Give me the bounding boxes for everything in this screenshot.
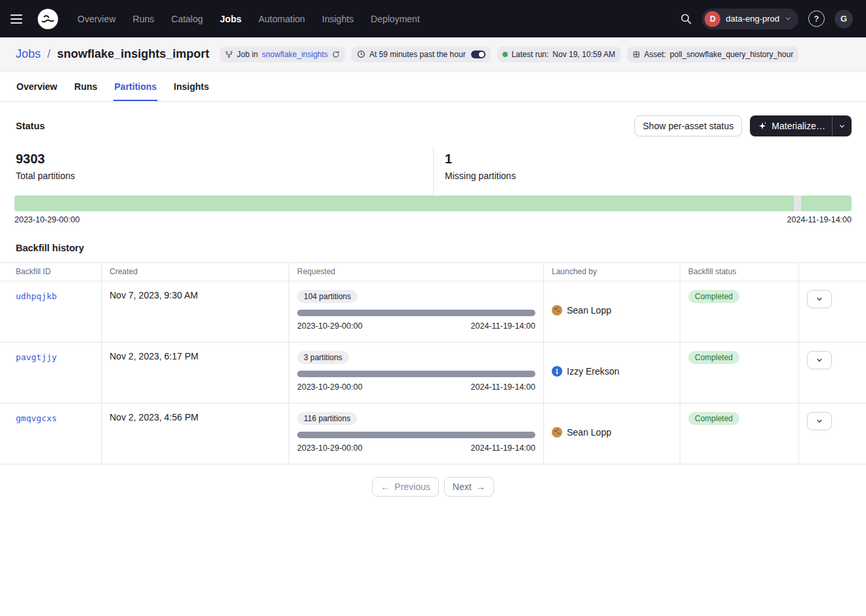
status-header: Status Show per-asset status Materialize… — [0, 102, 866, 146]
chevron-down-icon — [815, 356, 823, 364]
backfill-id-link[interactable]: udhpqjkb — [16, 291, 57, 301]
created-cell: Nov 2, 2023, 6:17 PM — [102, 342, 289, 403]
nav-item-jobs[interactable]: Jobs — [220, 14, 241, 24]
col-created: Created — [102, 263, 289, 281]
arrow-right-icon: → — [476, 482, 485, 492]
table-row: udhpqjkb Nov 7, 2023, 9:30 AM 104 partit… — [0, 281, 866, 342]
backfill-range-start: 2023-10-29-00:00 — [297, 321, 362, 331]
menu-icon[interactable] — [10, 8, 30, 30]
workflow-icon — [225, 51, 233, 58]
total-partitions-stat: 9303 Total partitions — [0, 146, 433, 195]
breadcrumb-separator: / — [47, 47, 51, 61]
partition-status-section: 2023-10-29-00:00 2024-11-19-14:00 — [0, 195, 866, 224]
status-badge: Completed — [688, 351, 739, 364]
launched-by-name: Sean Lopp — [567, 427, 611, 438]
latest-run-label: Latest run: — [512, 50, 549, 59]
schedule-tag: At 59 minutes past the hour — [352, 47, 491, 62]
help-icon[interactable]: ? — [808, 10, 825, 27]
code-location-link[interactable]: snowflake_insights — [262, 50, 328, 59]
user-avatar[interactable]: G — [835, 10, 853, 28]
next-label: Next — [453, 482, 472, 492]
backfill-id-link[interactable]: gmqvgcxs — [16, 413, 57, 423]
backfill-range-end: 2024-11-19-14:00 — [471, 321, 535, 331]
latest-run-link[interactable]: Nov 19, 10:59 AM — [552, 50, 615, 59]
pagination: ← Previous Next → — [0, 477, 866, 497]
schedule-toggle[interactable] — [471, 51, 485, 58]
chevron-down-icon — [838, 123, 846, 130]
partition-count-badge: 104 partitions — [297, 290, 358, 303]
launched-by-name: Izzy Erekson — [567, 366, 619, 377]
refresh-icon[interactable] — [332, 51, 340, 58]
row-actions-button[interactable] — [807, 290, 832, 308]
materialize-button[interactable]: Materialize… — [750, 115, 832, 136]
status-badge: Completed — [688, 290, 739, 303]
col-backfill-id: Backfill ID — [0, 263, 102, 281]
partition-count-badge: 3 partitions — [297, 351, 349, 364]
run-status-dot-icon — [503, 52, 508, 57]
nav-item-insights[interactable]: Insights — [322, 14, 354, 24]
launched-by-cell: Sean Lopp — [544, 281, 680, 342]
deployment-switcher[interactable]: D data-eng-prod — [702, 9, 798, 30]
schedule-label: At 59 minutes past the hour — [369, 50, 466, 59]
chevron-down-icon — [815, 417, 823, 425]
created-cell: Nov 7, 2023, 9:30 AM — [102, 281, 289, 342]
status-badge: Completed — [688, 412, 739, 425]
materialize-dropdown-button[interactable] — [832, 115, 852, 136]
missing-partitions-stat: 1 Missing partitions — [433, 146, 866, 195]
launched-by-cell: Izzy Erekson — [544, 342, 680, 403]
tab-overview[interactable]: Overview — [16, 72, 58, 101]
asset-grid-icon — [632, 51, 640, 58]
col-backfill-status: Backfill status — [680, 263, 799, 281]
row-actions-button[interactable] — [807, 412, 832, 430]
requested-cell: 104 partitions 2023-10-29-00:00 2024-11-… — [289, 281, 544, 342]
asset-link[interactable]: poll_snowflake_query_history_hour — [670, 50, 793, 59]
col-launched-by: Launched by — [544, 263, 680, 281]
partition-count-badge: 116 partitions — [297, 412, 357, 425]
next-page-button[interactable]: Next → — [444, 477, 494, 497]
sparkle-icon — [758, 121, 767, 131]
search-icon[interactable] — [680, 12, 692, 25]
tab-insights[interactable]: Insights — [173, 72, 210, 101]
breadcrumb-jobs-link[interactable]: Jobs — [16, 47, 41, 61]
launched-by-cell: Sean Lopp — [544, 403, 680, 464]
top-navigation-bar: Overview Runs Catalog Jobs Automation In… — [0, 0, 866, 37]
backfill-range-bar — [297, 310, 535, 316]
page-tabs: Overview Runs Partitions Insights — [0, 72, 866, 102]
user-avatar — [552, 427, 562, 438]
tab-runs[interactable]: Runs — [73, 72, 98, 101]
partition-range-end: 2024-11-19-14:00 — [787, 215, 852, 224]
materialize-split-button: Materialize… — [750, 115, 852, 136]
missing-partitions-label: Missing partitions — [445, 171, 850, 181]
nav-item-overview[interactable]: Overview — [77, 14, 115, 24]
row-actions-button[interactable] — [807, 351, 832, 369]
chevron-down-icon — [815, 295, 823, 303]
col-requested: Requested — [289, 263, 544, 281]
backfill-range-start: 2023-10-29-00:00 — [297, 382, 362, 392]
deployment-badge: D — [705, 11, 720, 27]
nav-item-runs[interactable]: Runs — [133, 14, 154, 24]
partition-stats: 9303 Total partitions 1 Missing partitio… — [0, 146, 866, 195]
clock-icon — [357, 50, 365, 58]
show-per-asset-status-button[interactable]: Show per-asset status — [634, 115, 743, 136]
breadcrumb: Jobs / snowflake_insights_import Job in … — [0, 37, 866, 72]
missing-partitions-value: 1 — [445, 152, 850, 167]
backfill-id-link[interactable]: pavgtjjy — [16, 352, 57, 362]
status-actions: Show per-asset status Materialize… — [634, 115, 852, 136]
partition-status-bar[interactable] — [14, 195, 852, 211]
launched-by-name: Sean Lopp — [567, 305, 611, 316]
nav-item-deployment[interactable]: Deployment — [371, 14, 420, 24]
previous-page-button[interactable]: ← Previous — [372, 477, 438, 497]
latest-run-tag: Latest run: Nov 19, 10:59 AM — [497, 47, 621, 62]
tab-partitions[interactable]: Partitions — [113, 72, 157, 101]
nav-item-catalog[interactable]: Catalog — [171, 14, 203, 24]
arrow-left-icon: ← — [381, 482, 390, 492]
table-row: pavgtjjy Nov 2, 2023, 6:17 PM 3 partitio… — [0, 342, 866, 403]
status-heading: Status — [16, 121, 45, 131]
nav-right-cluster: D data-eng-prod ? G — [680, 9, 853, 30]
user-avatar — [552, 305, 562, 316]
backfill-table: Backfill ID Created Requested Launched b… — [0, 262, 866, 464]
dagster-logo-icon[interactable] — [37, 8, 59, 30]
total-partitions-label: Total partitions — [16, 171, 417, 181]
partition-range-start: 2023-10-29-00:00 — [14, 215, 79, 224]
nav-item-automation[interactable]: Automation — [258, 14, 305, 24]
